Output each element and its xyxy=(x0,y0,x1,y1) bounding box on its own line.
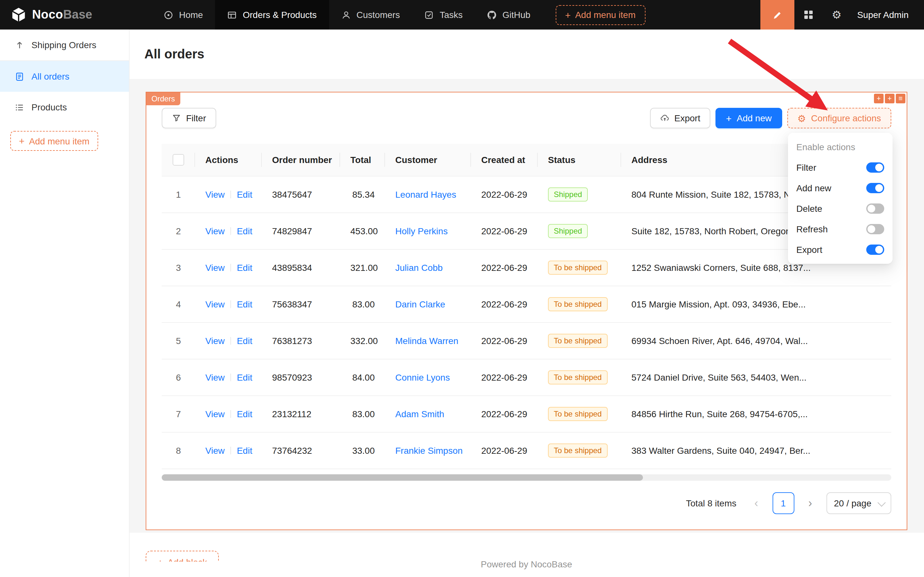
divider xyxy=(230,264,231,271)
view-link[interactable]: View xyxy=(205,263,225,273)
ui-editor-button[interactable] xyxy=(760,0,794,29)
total-cell: 83.00 xyxy=(340,286,385,322)
sidebar-item-products[interactable]: Products xyxy=(0,92,129,122)
filter-toggle[interactable] xyxy=(866,163,884,172)
enable-action-filter[interactable]: Filter xyxy=(788,157,893,178)
nav-item-customers[interactable]: Customers xyxy=(329,0,412,29)
delete-toggle[interactable] xyxy=(866,203,884,214)
customer-link[interactable]: Melinda Warren xyxy=(395,336,459,346)
edit-link[interactable]: Edit xyxy=(237,372,252,382)
order-number-cell: 98570923 xyxy=(262,359,340,396)
customer-link[interactable]: Frankie Simpson xyxy=(395,445,463,456)
address-cell: 84856 Hirthe Run, Suite 268, 94754-6705,… xyxy=(621,396,891,432)
horizontal-scrollbar-thumb[interactable] xyxy=(162,474,643,481)
divider xyxy=(230,191,231,198)
status-badge: Shipped xyxy=(548,187,588,201)
filter-button[interactable]: Filter xyxy=(162,108,216,128)
add-new-button[interactable]: + Add new xyxy=(716,108,782,128)
grid-icon xyxy=(803,10,814,20)
view-link[interactable]: View xyxy=(205,189,225,200)
settings-button[interactable]: ⚙ xyxy=(823,0,851,29)
table-row: 5 ViewEdit 76381273 332.00 Melinda Warre… xyxy=(162,322,891,359)
block-designer-label[interactable]: Orders xyxy=(146,92,180,105)
page-size-select[interactable]: 20 / page xyxy=(826,492,891,514)
next-page-button[interactable]: › xyxy=(800,493,820,513)
customer-link[interactable]: Connie Lyons xyxy=(395,372,450,382)
view-link[interactable]: View xyxy=(205,372,225,382)
column-header-customer: Customer xyxy=(385,144,471,176)
sidebar-add-menu-item-button[interactable]: + Add menu item xyxy=(10,131,98,151)
view-link[interactable]: View xyxy=(205,336,225,346)
customer-link[interactable]: Julian Cobb xyxy=(395,263,443,273)
view-link[interactable]: View xyxy=(205,445,225,456)
customer-link[interactable]: Leonard Hayes xyxy=(395,189,456,200)
gear-icon: ⚙ xyxy=(797,113,806,123)
edit-link[interactable]: Edit xyxy=(237,445,252,456)
edit-link[interactable]: Edit xyxy=(237,226,252,236)
address-cell: 383 Walter Gardens, Suite 040, 24947, Be… xyxy=(621,432,891,469)
total-cell: 453.00 xyxy=(340,213,385,249)
nav-item-home[interactable]: Home xyxy=(151,0,215,29)
plus-icon: + xyxy=(726,113,732,123)
powered-by-footer: Powered by NocoBase xyxy=(129,559,924,569)
page-title: All orders xyxy=(144,47,204,61)
status-badge: To be shipped xyxy=(548,407,607,421)
nav-item-tasks[interactable]: Tasks xyxy=(412,0,475,29)
customer-link[interactable]: Adam Smith xyxy=(395,409,444,419)
export-toggle[interactable] xyxy=(866,245,884,255)
nav-item-github[interactable]: GitHub xyxy=(475,0,542,29)
enable-action-refresh[interactable]: Refresh xyxy=(788,219,893,239)
nav-add-menu-item-button[interactable]: + Add menu item xyxy=(555,5,645,25)
edit-link[interactable]: Edit xyxy=(237,263,252,273)
sidebar-item-shipping-orders[interactable]: Shipping Orders xyxy=(0,29,129,61)
main-area: All orders Orders + + ≡ Filter xyxy=(129,29,924,577)
current-user-menu[interactable]: Super Admin xyxy=(851,10,924,20)
previous-page-button[interactable]: ‹ xyxy=(747,493,766,513)
order-number-cell: 73764232 xyxy=(262,432,340,469)
column-header-order-number: Order number xyxy=(262,144,340,176)
designer-add-icon[interactable]: + xyxy=(874,94,884,103)
divider xyxy=(230,374,231,381)
nav-item-orders-products[interactable]: Orders & Products xyxy=(215,0,329,29)
edit-link[interactable]: Edit xyxy=(237,299,252,309)
designer-initializer-icon[interactable]: + xyxy=(885,94,895,103)
enable-action-export[interactable]: Export xyxy=(788,239,893,260)
total-cell: 321.00 xyxy=(340,249,385,286)
chevron-right-icon: › xyxy=(808,496,812,510)
add-new-toggle[interactable] xyxy=(866,183,884,193)
plugins-button[interactable] xyxy=(794,0,823,29)
export-button[interactable]: Export xyxy=(650,108,711,128)
row-index: 4 xyxy=(176,299,181,309)
pagination: Total 8 items ‹ 1 › 20 / page xyxy=(162,492,891,514)
view-link[interactable]: View xyxy=(205,299,225,309)
gear-icon: ⚙ xyxy=(832,9,842,20)
sidebar-item-all-orders[interactable]: All orders xyxy=(0,61,129,92)
row-index: 8 xyxy=(176,445,181,456)
customer-link[interactable]: Darin Clarke xyxy=(395,299,445,309)
status-badge: To be shipped xyxy=(548,334,607,348)
edit-link[interactable]: Edit xyxy=(237,409,252,419)
select-all-checkbox[interactable] xyxy=(172,154,184,166)
arrow-up-icon xyxy=(15,40,24,50)
page-number-button[interactable]: 1 xyxy=(772,492,794,514)
enable-action-add-new[interactable]: Add new xyxy=(788,178,893,198)
below-card-area: + Add block Powered by NocoBase xyxy=(129,533,924,577)
edit-link[interactable]: Edit xyxy=(237,336,252,346)
created-at-cell: 2022-06-29 xyxy=(471,249,538,286)
table-row: 1 ViewEdit 38475647 85.34 Leonard Hayes … xyxy=(162,176,891,213)
order-number-cell: 38475647 xyxy=(262,176,340,213)
view-link[interactable]: View xyxy=(205,409,225,419)
view-link[interactable]: View xyxy=(205,226,225,236)
customer-link[interactable]: Holly Perkins xyxy=(395,226,448,236)
status-badge: To be shipped xyxy=(548,443,607,458)
enable-action-delete[interactable]: Delete xyxy=(788,198,893,219)
row-index: 1 xyxy=(176,189,181,200)
refresh-toggle[interactable] xyxy=(866,224,884,234)
total-cell: 332.00 xyxy=(340,322,385,359)
plus-icon: + xyxy=(565,10,571,19)
orders-table: Actions Order number Total Customer Crea… xyxy=(162,144,891,469)
edit-link[interactable]: Edit xyxy=(237,189,252,200)
designer-menu-icon[interactable]: ≡ xyxy=(896,94,905,103)
configure-actions-button[interactable]: ⚙ Configure actions xyxy=(787,108,891,128)
nocobase-logo[interactable]: NocoBase xyxy=(0,6,136,23)
